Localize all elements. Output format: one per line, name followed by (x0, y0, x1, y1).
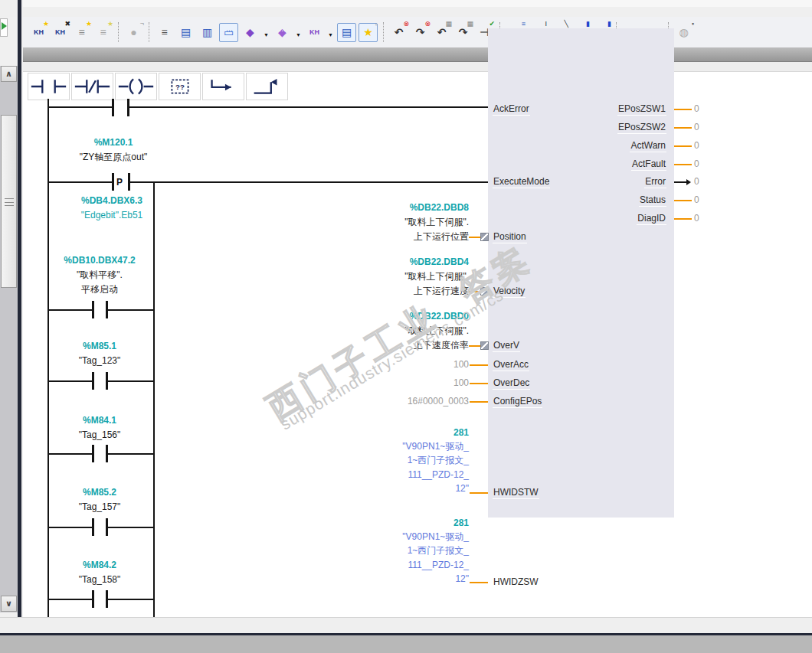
operand-name[interactable]: "V90PN1~驱动_ (316, 439, 469, 453)
hwidzsw-operand[interactable]: 281 "V90PN1~驱动_ 1~西门子报文_ 111__PZD-12_ 12… (316, 516, 469, 586)
operand-name[interactable]: 12" (316, 482, 469, 495)
snapshot-lock-button[interactable]: ◍▪ (674, 23, 693, 42)
sina-pos-function-block[interactable] (488, 28, 674, 518)
delete-network-button[interactable]: KH✖ (51, 23, 70, 42)
block-output-eposzsw1[interactable]: EPosZSW1 (488, 103, 670, 115)
operand-comments-dropdown[interactable]: ▼ (294, 23, 303, 42)
toggle-network-comments-button[interactable]: ▭⋯ (219, 23, 238, 42)
cut-toolbar-icon[interactable] (0, 18, 8, 37)
expand-all-networks-button[interactable]: ▤ (176, 23, 195, 42)
operand-name[interactable]: 上下运行速度 (414, 286, 469, 296)
operand-address[interactable]: %DB4.DBX6.3 (81, 195, 142, 206)
operand-name[interactable]: 12" (316, 572, 469, 586)
p-contact-labels[interactable]: %M120.1 "ZY轴至原点out" (52, 135, 175, 165)
operand-name[interactable]: "取料上下伺服". (404, 271, 469, 282)
operand-address[interactable]: %M84.2 (83, 560, 116, 570)
scroll-up-button[interactable]: ∧ (1, 66, 17, 82)
hw-id-value[interactable]: 281 (316, 516, 469, 530)
block-input-overacc[interactable]: OverAcc (493, 359, 529, 371)
insert-row-after-button[interactable]: ≡★ (93, 23, 113, 42)
operand-name[interactable]: "V90PN1~驱动_ (316, 530, 469, 544)
operand-name[interactable]: "取料上下伺服". (404, 217, 469, 227)
absolute-operands-dropdown[interactable]: ▼ (262, 23, 270, 42)
operand-name[interactable]: "Tag_157" (79, 501, 121, 512)
operand-address[interactable]: %M85.1 (83, 341, 116, 351)
network-outline-button[interactable]: ≡ (155, 23, 174, 42)
overv-operand[interactable]: %DB22.DBD0 "取料上下伺服". 上下速度倍率 (316, 309, 469, 353)
scroll-down-button[interactable]: ∨ (1, 596, 17, 612)
block-output-actfault[interactable]: ActFault (488, 158, 670, 170)
insert-network-button[interactable]: KH★ (29, 23, 48, 42)
operand-name[interactable]: "ZY轴至原点out" (80, 152, 148, 162)
position-operand[interactable]: %DB22.DBD8 "取料上下伺服". 上下运行位置 (316, 201, 469, 244)
velocity-operand[interactable]: %DB22.DBD4 "取料上下伺服". 上下运行速度 (316, 255, 469, 299)
block-input-configepos[interactable]: ConfigEPos (493, 396, 542, 407)
operand-name[interactable]: "Edgebit".Eb51 (81, 210, 143, 220)
operand-name[interactable]: 上下运行位置 (414, 231, 469, 242)
operand-name[interactable]: "取料上下伺服". (404, 325, 469, 336)
pane-divider[interactable] (18, 0, 21, 635)
block-input-overdec[interactable]: OverDec (493, 377, 530, 389)
operand-name[interactable]: 1~西门子报文_ (316, 453, 469, 467)
insert-row-before-button[interactable]: ≡★ (72, 23, 91, 42)
scrollbar-thumb[interactable] (1, 115, 17, 288)
previous-error-button[interactable]: ↶⊗ (389, 23, 408, 42)
symbolic-operands-dropdown[interactable]: ▼ (326, 23, 335, 42)
freeform-comment-button[interactable]: ●¬ (124, 23, 143, 42)
operand-name[interactable]: "Tag_156" (79, 429, 121, 440)
overdec-value[interactable]: 100 (316, 376, 469, 390)
contact-labels[interactable]: %M84.2 "Tag_158" (38, 558, 161, 587)
edge-bit-labels[interactable]: %DB4.DBX6.3 "Edgebit".Eb51 (51, 194, 173, 223)
vertical-scrollbar[interactable]: ∧ ∨ (0, 66, 18, 612)
open-branch-button[interactable] (202, 73, 244, 100)
nc-contact-button[interactable] (71, 73, 113, 100)
contact-labels[interactable]: %M84.1 "Tag_156" (38, 413, 161, 442)
overacc-value[interactable]: 100 (316, 358, 469, 372)
favorites-view-button[interactable]: ★▫ (359, 23, 378, 42)
operand-comments-button[interactable]: ◆⋯ (273, 23, 292, 42)
operand-name[interactable]: "Tag_158" (79, 574, 121, 585)
contact-labels[interactable]: %M85.1 "Tag_123" (38, 339, 161, 368)
symbolic-operands-button[interactable]: KH (305, 23, 324, 42)
block-input-position[interactable]: Position (493, 231, 527, 243)
operand-address[interactable]: %M85.2 (83, 487, 116, 498)
contact-labels[interactable]: %M85.2 "Tag_157" (38, 485, 161, 514)
operand-name[interactable]: 上下速度倍率 (414, 340, 469, 351)
network-symbol-display-button[interactable]: ▤ (337, 23, 356, 42)
block-input-overv[interactable]: OverV (493, 340, 520, 351)
operand-address[interactable]: %M84.1 (83, 415, 116, 426)
block-output-diagid[interactable]: DiagID (488, 213, 670, 224)
hw-id-value[interactable]: 281 (316, 426, 469, 439)
block-output-error[interactable]: Error (488, 176, 670, 188)
operand-name[interactable]: "取料平移". (77, 269, 123, 280)
coil-button[interactable] (115, 73, 157, 100)
next-error-button[interactable]: ↷⊗ (411, 23, 430, 42)
operand-address[interactable]: %DB10.DBX47.2 (64, 255, 135, 266)
configepos-value[interactable]: 16#0000_0003 (316, 394, 469, 409)
wire (47, 599, 92, 600)
block-output-eposzsw2[interactable]: EPosZSW2 (488, 122, 670, 133)
operand-name[interactable]: 111__PZD-12_ (316, 468, 469, 482)
collapse-all-networks-button[interactable]: ▥ (198, 23, 217, 42)
block-output-status[interactable]: Status (488, 194, 670, 206)
operand-address[interactable]: %DB22.DBD4 (316, 255, 469, 269)
block-input-velocity[interactable]: Velocity (493, 286, 526, 297)
operand-address[interactable]: %DB22.DBD8 (316, 201, 469, 215)
empty-box-button[interactable]: ?? (159, 73, 201, 100)
no-contact-button[interactable] (28, 73, 70, 100)
operand-name[interactable]: 平移启动 (81, 284, 118, 295)
goto-previous-edit-button[interactable]: ↶▦ (432, 23, 451, 42)
operand-name[interactable]: "Tag_123" (79, 355, 121, 366)
operand-address[interactable]: %M120.1 (94, 137, 133, 148)
operand-address[interactable]: %DB22.DBD0 (316, 309, 469, 324)
contact-labels[interactable]: %DB10.DBX47.2 "取料平移". 平移启动 (38, 253, 161, 297)
hwidstw-operand[interactable]: 281 "V90PN1~驱动_ 1~西门子报文_ 111__PZD-12_ 12… (316, 426, 469, 495)
goto-next-edit-button[interactable]: ↷▦ (453, 23, 473, 42)
close-branch-button[interactable] (246, 73, 288, 100)
absolute-operands-button[interactable]: ◆ (241, 23, 260, 42)
block-input-hwidzsw[interactable]: HWIDZSW (493, 576, 539, 588)
operand-name[interactable]: 1~西门子报文_ (316, 544, 469, 557)
block-input-hwidstw[interactable]: HWIDSTW (493, 487, 539, 498)
block-output-actwarn[interactable]: ActWarn (488, 140, 670, 152)
operand-name[interactable]: 111__PZD-12_ (316, 558, 469, 572)
